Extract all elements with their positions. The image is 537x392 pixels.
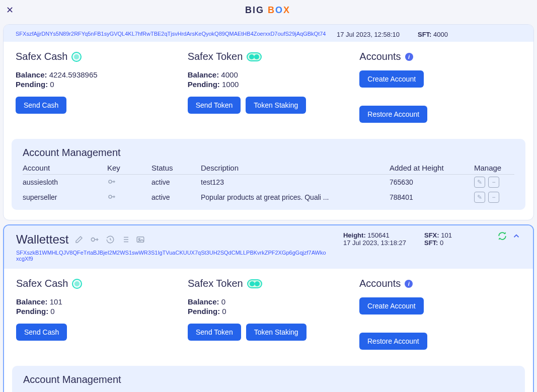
safex-token-title: Safex Token	[188, 278, 243, 289]
wallet-date: 17 Jul 2023, 13:18:27	[343, 239, 406, 247]
send-token-button[interactable]: Send Token	[188, 324, 241, 341]
token-balance: 0	[221, 297, 225, 306]
token-balance: 4000	[221, 70, 238, 79]
wallet-card: Wallettest SFXszkB1WMHLQJV8QFeTrtaBJBjeI…	[3, 224, 534, 392]
create-account-button[interactable]: Create Account	[359, 297, 424, 315]
token-staking-button[interactable]: Token Staking	[246, 324, 306, 341]
col-account: Account	[23, 164, 103, 172]
wallet-address[interactable]: SFXszfAjjrDNYs5N89r2RFYq5nFB1syGVQL4KL7h…	[16, 31, 328, 37]
send-cash-button[interactable]: Send Cash	[16, 324, 67, 341]
col-height: Added at Height	[390, 164, 470, 172]
table-row: aussiesloth active test123 765630 ✎ −	[23, 175, 514, 190]
account-status: active	[151, 178, 197, 186]
safex-cash-panel: Safex Cash Balance: 4224.5938965 Pending…	[16, 51, 178, 127]
wallet-address[interactable]: SFXszkB1WMHLQJV8QFeTrtaBJBjeI2M2WS1swWR3…	[16, 250, 328, 262]
token-icon	[247, 52, 262, 61]
col-desc: Description	[201, 164, 386, 172]
cash-balance: 101	[50, 297, 62, 306]
cash-coin-icon	[72, 279, 82, 289]
svg-point-1	[109, 195, 112, 198]
wallet-header[interactable]: Wallettest SFXszkB1WMHLQJV8QFeTrtaBJBjeI…	[4, 225, 533, 269]
remove-icon[interactable]: −	[488, 192, 499, 203]
key-icon[interactable]	[107, 192, 147, 203]
chevron-up-icon[interactable]	[512, 231, 521, 242]
edit-icon[interactable]: ✎	[474, 192, 485, 203]
accounts-panel: Accounts i Create Account Restore Accoun…	[359, 51, 521, 127]
accounts-title: Accounts	[359, 278, 401, 289]
col-key: Key	[107, 164, 147, 172]
token-icon	[247, 279, 262, 288]
account-desc: test123	[201, 178, 386, 186]
cash-pending: 0	[50, 80, 54, 89]
account-status: active	[151, 193, 197, 201]
balance-label: Balance:	[188, 70, 219, 79]
sft-value: 0	[440, 239, 443, 247]
col-status: Status	[151, 164, 197, 172]
col-manage: Manage	[474, 164, 514, 172]
sft-value: 4000	[433, 31, 448, 38]
safex-cash-title: Safex Cash	[16, 278, 68, 289]
wallet-card: SFXszfAjjrDNYs5N89r2RFYq5nFB1syGVQL4KL7h…	[3, 24, 534, 220]
key-icon[interactable]	[107, 177, 147, 188]
safex-cash-title: Safex Cash	[16, 51, 67, 62]
safex-cash-panel: Safex Cash Balance: 101 Pending: 0 Send …	[16, 278, 178, 354]
svg-point-0	[109, 180, 112, 183]
svg-point-2	[92, 238, 95, 242]
pending-label: Pending:	[16, 80, 48, 89]
edit-icon[interactable]: ✎	[474, 177, 485, 188]
account-height: 765630	[390, 178, 470, 186]
safex-token-panel: Safex Token Balance: 4000 Pending: 1000 …	[188, 51, 350, 127]
accounts-panel: Accounts i Create Account Restore Accoun…	[359, 278, 521, 354]
image-icon[interactable]	[136, 235, 145, 244]
sfx-value: 101	[441, 231, 452, 239]
key-icon[interactable]	[90, 234, 100, 245]
send-token-button[interactable]: Send Token	[188, 97, 241, 114]
history-icon[interactable]	[106, 235, 115, 244]
restore-account-button[interactable]: Restore Account	[359, 333, 427, 350]
token-pending: 0	[222, 307, 226, 316]
wallet-header: SFXszfAjjrDNYs5N89r2RFYq5nFB1syGVQL4KL7h…	[4, 25, 533, 42]
edit-icon[interactable]	[74, 235, 84, 244]
remove-icon[interactable]: −	[488, 177, 499, 188]
sfx-label: SFX:	[424, 231, 439, 239]
account-name: superseller	[23, 193, 103, 201]
cash-pending: 0	[50, 307, 54, 316]
safex-token-panel: Safex Token Balance: 0 Pending: 0 Send T…	[188, 278, 349, 354]
height-value: 150641	[367, 231, 389, 239]
account-name: aussiesloth	[23, 178, 103, 186]
list-icon[interactable]	[121, 235, 130, 244]
restore-account-button[interactable]: Restore Account	[359, 106, 427, 123]
app-logo: BIG BOX	[245, 5, 290, 16]
account-management: Account Management Account Key Status De…	[12, 366, 525, 392]
info-icon[interactable]: i	[405, 53, 413, 61]
cash-coin-icon	[71, 52, 82, 62]
wallet-date: 17 Jul 2023, 12:58:10	[337, 31, 400, 38]
height-label: Height:	[343, 231, 366, 239]
pending-label: Pending:	[16, 307, 48, 316]
token-staking-button[interactable]: Token Staking	[246, 97, 306, 114]
send-cash-button[interactable]: Send Cash	[16, 97, 66, 114]
pending-label: Pending:	[188, 80, 220, 89]
safex-token-title: Safex Token	[188, 51, 243, 62]
close-icon[interactable]: ✕	[6, 5, 14, 16]
token-pending: 1000	[222, 80, 239, 89]
table-row: superseller active Popular products at g…	[23, 190, 514, 205]
accounts-title: Accounts	[359, 51, 401, 62]
cash-balance: 4224.5938965	[49, 70, 98, 79]
account-management-title: Account Management	[23, 147, 514, 159]
account-height: 788401	[390, 193, 470, 201]
balance-label: Balance:	[16, 70, 47, 79]
sft-label: SFT:	[418, 31, 431, 38]
pending-label: Pending:	[188, 307, 220, 316]
account-desc: Popular products at great prices. Quali …	[201, 193, 386, 201]
svg-point-4	[139, 239, 140, 240]
account-management: Account Management Account Key Status De…	[12, 139, 525, 210]
balance-label: Balance:	[188, 297, 219, 306]
refresh-icon[interactable]	[498, 231, 507, 242]
wallet-name: Wallettest	[16, 232, 68, 247]
sft-label: SFT:	[424, 239, 438, 247]
account-management-title: Account Management	[23, 374, 514, 385]
create-account-button[interactable]: Create Account	[359, 70, 424, 88]
info-icon[interactable]: i	[405, 280, 413, 288]
balance-label: Balance:	[16, 297, 48, 306]
